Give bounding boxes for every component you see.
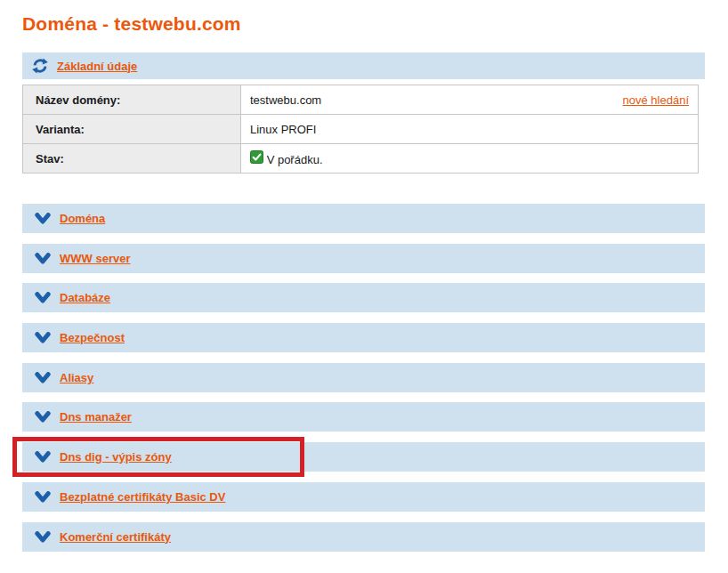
table-row: Stav: V pořádku. [23, 144, 699, 174]
chevron-down-icon [35, 292, 51, 303]
chevron-down-icon [35, 531, 51, 543]
row-label: Název domény: [23, 85, 241, 115]
basic-info-link[interactable]: Základní údaje [57, 61, 137, 72]
status-value: V pořádku. [267, 153, 323, 166]
chevron-down-icon [35, 372, 51, 383]
row-label: Stav: [23, 144, 241, 174]
row-label: Varianta: [23, 115, 241, 144]
domain-name-value: testwebu.com [250, 93, 321, 107]
chevron-down-icon [35, 411, 51, 423]
section-link[interactable]: Bezplatné certifikáty Basic DV [60, 491, 225, 503]
page-title: Doména - testwebu.com [22, 13, 241, 35]
chevron-down-icon [35, 213, 51, 224]
section-link[interactable]: Dns manažer [60, 411, 132, 423]
new-search-link[interactable]: nové hledání [623, 93, 689, 107]
variant-value: Linux PROFI [250, 123, 316, 136]
check-icon [250, 150, 263, 164]
section-link[interactable]: WWW server [60, 253, 130, 264]
section-bar-domena[interactable]: Doména [22, 204, 705, 233]
section-bar-aliasy[interactable]: Aliasy [22, 363, 705, 392]
page: Doména - testwebu.com Základní údaje Náz… [0, 0, 728, 573]
section-link[interactable]: Doména [60, 213, 105, 224]
row-value-cell: testwebu.com nové hledání [241, 85, 699, 115]
section-bar-databaze[interactable]: Databáze [22, 283, 705, 312]
row-value-cell: Linux PROFI [241, 115, 699, 144]
table-row: Název domény: testwebu.com nové hledání [23, 85, 699, 115]
section-bar-dns-dig[interactable]: Dns dig - výpis zóny [22, 442, 705, 472]
section-bar-bezpecnost[interactable]: Bezpečnost [22, 323, 705, 352]
section-bar-dns-manazer[interactable]: Dns manažer [22, 402, 705, 432]
section-link[interactable]: Bezpečnost [60, 332, 125, 343]
table-row: Varianta: Linux PROFI [23, 115, 699, 144]
section-bar-komercni-certifikaty[interactable]: Komerční certifikáty [22, 522, 705, 552]
chevron-down-icon [35, 451, 51, 463]
chevron-down-icon [35, 332, 51, 343]
refresh-icon[interactable] [32, 58, 48, 74]
chevron-down-icon [35, 491, 51, 503]
section-bar-www-server[interactable]: WWW server [22, 244, 705, 273]
section-link[interactable]: Aliasy [60, 372, 93, 383]
basic-info-header-bar: Základní údaje [22, 52, 705, 79]
section-link[interactable]: Databáze [60, 292, 110, 303]
section-link[interactable]: Komerční certifikáty [60, 531, 171, 543]
section-bar-certifikaty-basic-dv[interactable]: Bezplatné certifikáty Basic DV [22, 482, 705, 512]
row-value-cell: V pořádku. [241, 144, 699, 174]
chevron-down-icon [35, 253, 51, 264]
section-list: Doména WWW server Databáze Bezpečnost Al [22, 204, 705, 561]
section-link[interactable]: Dns dig - výpis zóny [60, 451, 172, 463]
basic-info-table: Název domény: testwebu.com nové hledání … [22, 85, 699, 174]
